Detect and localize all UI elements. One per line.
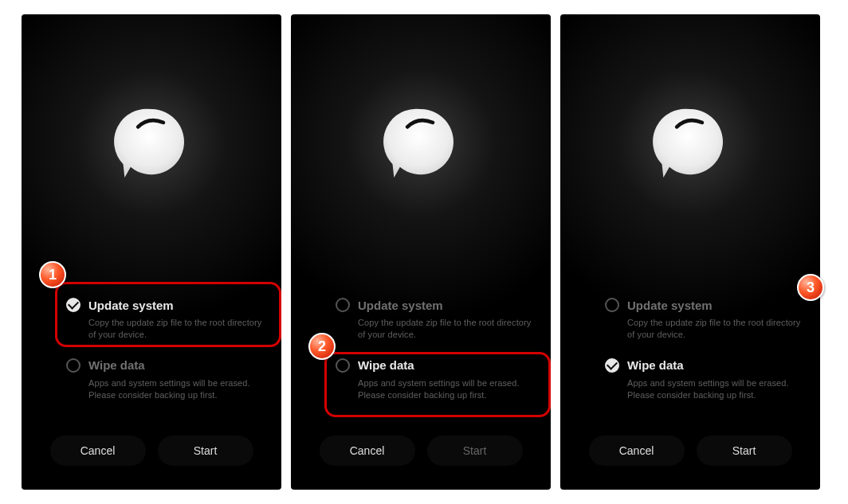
- start-button[interactable]: Start: [697, 436, 792, 466]
- radio-checked-icon: [605, 358, 619, 373]
- cancel-button[interactable]: Cancel: [50, 436, 146, 466]
- radio-unchecked-icon: [336, 298, 350, 312]
- option-title: Wipe data: [88, 358, 145, 372]
- option-wipe-data[interactable]: Wipe data Apps and system settings will …: [66, 354, 269, 414]
- start-button[interactable]: Start: [427, 436, 523, 466]
- option-desc: Apps and system settings will be erased.…: [627, 377, 807, 401]
- step-badge-3: 3: [797, 274, 824, 301]
- option-wipe-data[interactable]: Wipe data Apps and system settings will …: [336, 354, 538, 414]
- radio-unchecked-icon: [605, 298, 619, 312]
- option-wipe-data[interactable]: Wipe data Apps and system settings will …: [605, 354, 807, 414]
- option-title: Wipe data: [358, 358, 414, 372]
- phone-screenshot-3: Update system Copy the update zip file t…: [560, 14, 820, 490]
- cancel-button[interactable]: Cancel: [320, 436, 415, 466]
- start-button[interactable]: Start: [158, 436, 253, 466]
- radio-unchecked-icon: [66, 358, 80, 373]
- option-title: Update system: [627, 299, 713, 312]
- option-desc: Apps and system settings will be erased.…: [88, 377, 269, 401]
- radio-unchecked-icon: [336, 358, 350, 373]
- option-title: Update system: [358, 299, 443, 312]
- step-badge-2: 2: [308, 333, 336, 360]
- option-update-system[interactable]: Update system Copy the update zip file t…: [336, 293, 538, 354]
- option-update-system[interactable]: Update system Copy the update zip file t…: [66, 293, 269, 354]
- option-desc: Copy the update zip file to the root dir…: [358, 317, 538, 341]
- phone-screenshot-2: Update system Copy the update zip file t…: [291, 14, 551, 490]
- option-title: Wipe data: [627, 358, 684, 372]
- radio-checked-icon: [66, 298, 80, 312]
- option-desc: Apps and system settings will be erased.…: [358, 377, 538, 401]
- meizu-logo-icon: [646, 99, 735, 188]
- cancel-button[interactable]: Cancel: [589, 436, 685, 466]
- option-update-system[interactable]: Update system Copy the update zip file t…: [605, 293, 807, 354]
- phone-screenshot-1: Update system Copy the update zip file t…: [22, 14, 281, 490]
- option-title: Update system: [88, 299, 174, 312]
- step-badge-1: 1: [39, 261, 66, 288]
- meizu-logo-icon: [376, 99, 465, 188]
- option-desc: Copy the update zip file to the root dir…: [627, 317, 807, 341]
- meizu-logo-icon: [107, 99, 196, 188]
- tutorial-stage: Update system Copy the update zip file t…: [0, 0, 848, 504]
- option-desc: Copy the update zip file to the root dir…: [88, 317, 269, 341]
